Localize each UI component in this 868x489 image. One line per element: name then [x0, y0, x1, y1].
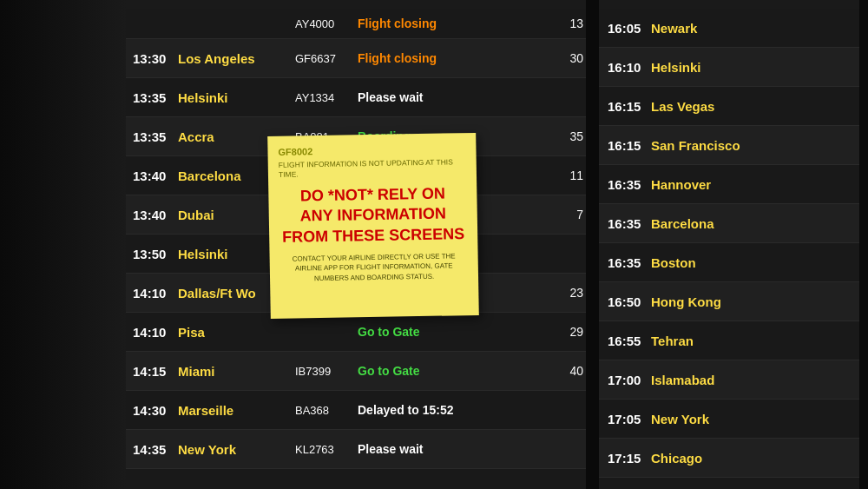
flight-time: 14:30: [133, 403, 178, 418]
flight-time: 16:05: [608, 21, 651, 36]
flight-destination: Chicago: [651, 451, 702, 466]
flight-number: AY1334: [295, 91, 358, 104]
arrivals-board-right: 16:05 Newark 16:10 Helsinki 16:15 Las Ve…: [599, 9, 859, 480]
flight-status: Please wait: [358, 442, 557, 456]
flight-time: 16:35: [608, 216, 651, 231]
flight-destination: Barcelona: [651, 216, 714, 231]
sticky-system-warning: FLIGHT INFORMATION IS NOT UPDATING AT TH…: [279, 157, 466, 180]
flight-time: 16:35: [608, 255, 651, 270]
flight-destination: Boston: [651, 255, 696, 270]
flight-destination: Newark: [651, 21, 697, 36]
flight-gate: 23: [557, 286, 583, 300]
flight-destination: Miami: [178, 364, 295, 379]
flight-gate: 13: [557, 17, 583, 30]
flight-status: Delayed to 15:52: [358, 403, 557, 417]
flight-gate: 7: [557, 208, 583, 221]
table-row: 16:15 San Francisco: [599, 126, 859, 165]
flight-status: Go to Gate: [358, 325, 557, 339]
flight-time: 13:40: [133, 208, 178, 222]
flight-number: AY4000: [295, 17, 358, 30]
flight-destination: Tehran: [651, 334, 694, 348]
flight-time: 13:40: [133, 169, 178, 183]
flight-gate: 11: [557, 169, 583, 182]
flight-time: 13:35: [133, 90, 178, 105]
flight-time: 16:55: [608, 334, 651, 348]
sticky-sub-warning: CONTACT YOUR AIRLINE DIRECTLY OR USE THE…: [280, 251, 469, 283]
flight-time: 14:10: [133, 286, 178, 301]
flight-time: 17:15: [608, 451, 651, 466]
table-row: 17:05 New York: [599, 400, 859, 439]
flight-time: 14:35: [133, 442, 178, 457]
table-row: 16:10 Helsinki: [599, 48, 859, 87]
flight-number: GF6637: [295, 52, 358, 65]
flight-destination: Hong Kong: [651, 294, 721, 309]
flight-time: 16:10: [608, 60, 651, 75]
flight-destination: Helsinki: [651, 60, 701, 75]
table-row: 16:35 Barcelona: [599, 204, 859, 243]
table-row: 16:35 Hannover: [599, 165, 859, 204]
flight-time: 16:15: [608, 99, 651, 114]
flight-destination: New York: [651, 412, 709, 426]
flight-destination: Hannover: [651, 177, 711, 192]
flight-gate: 40: [557, 364, 583, 378]
flight-time: 16:35: [608, 177, 651, 192]
table-row: 16:15 Las Vegas: [599, 87, 859, 126]
table-row: 14:40 Prague BA856 Please wait: [126, 469, 590, 480]
table-row: 14:10 Pisa Go to Gate 29: [126, 313, 590, 352]
flight-destination: New York: [178, 442, 295, 457]
right-border: [859, 0, 868, 489]
table-row: 16:05 Newark: [599, 9, 859, 48]
flight-time: 13:50: [133, 247, 178, 261]
sticky-note: GF8002 FLIGHT INFORMATION IS NOT UPDATIN…: [267, 133, 479, 319]
flight-time: 16:15: [608, 138, 651, 153]
table-row: 16:55 Tehran: [599, 321, 859, 360]
table-row: 17:15 New York: [599, 478, 859, 480]
table-row: 13:35 Helsinki AY1334 Please wait: [126, 78, 590, 117]
table-row: 13:30 Los Angeles GF6637 Flight closing …: [126, 39, 590, 78]
sticky-main-warning: DO *NOT* RELY ON ANY INFORMATION FROM TH…: [279, 183, 467, 248]
flight-destination: Las Vegas: [651, 99, 714, 114]
left-border: [0, 0, 126, 489]
flight-number: IB7399: [295, 365, 358, 378]
flight-time: 16:50: [608, 294, 651, 309]
flight-destination: Marseille: [178, 403, 295, 418]
flight-destination: Los Angeles: [178, 51, 295, 66]
flight-status: Flight closing: [358, 17, 557, 30]
table-row: 14:35 New York KL2763 Please wait: [126, 430, 590, 469]
flight-time: 13:35: [133, 129, 178, 144]
flight-status: Please wait: [358, 90, 557, 104]
sticky-flight-label: GF8002: [278, 143, 465, 157]
flight-gate: 35: [557, 129, 583, 143]
table-row: 16:50 Hong Kong: [599, 282, 859, 321]
airport-departures-scene: AY4000 Flight closing 13 13:30 Los Angel…: [0, 0, 868, 489]
flight-time: 17:00: [608, 373, 651, 387]
flight-gate: 29: [557, 325, 583, 339]
flight-destination: Helsinki: [178, 90, 295, 105]
flight-destination: San Francisco: [651, 138, 740, 153]
flight-status: Go to Gate: [358, 364, 557, 378]
flight-status: Flight closing: [358, 51, 557, 65]
table-row: 16:35 Boston: [599, 243, 859, 282]
table-row: 17:15 Chicago: [599, 439, 859, 478]
flight-time: 14:10: [133, 325, 178, 340]
flight-number: BA368: [295, 404, 358, 417]
flight-destination: Islamabad: [651, 373, 714, 387]
flight-time: 14:15: [133, 364, 178, 379]
table-row: 17:00 Islamabad: [599, 360, 859, 400]
flight-time: 17:05: [608, 412, 651, 426]
table-row: 14:15 Miami IB7399 Go to Gate 40: [126, 352, 590, 391]
table-row: AY4000 Flight closing 13: [126, 9, 590, 39]
table-row: 14:30 Marseille BA368 Delayed to 15:52: [126, 391, 590, 430]
flight-destination: Pisa: [178, 325, 295, 340]
flight-number: KL2763: [295, 443, 358, 456]
flight-gate: 30: [557, 51, 583, 65]
flight-time: 13:30: [133, 51, 178, 66]
board-divider: [586, 0, 599, 489]
